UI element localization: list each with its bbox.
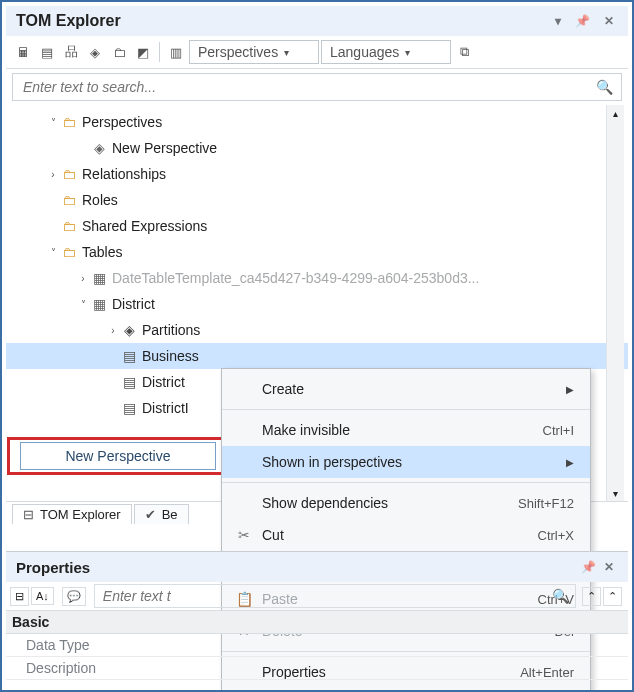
tree-label: Partitions	[142, 322, 200, 338]
tree-node-partitions[interactable]: › ◈ Partitions	[6, 317, 628, 343]
close-icon[interactable]: ✕	[600, 12, 618, 30]
expander-icon[interactable]: ›	[76, 273, 90, 284]
column-icon: ▤	[120, 374, 138, 390]
tom-title: TOM Explorer	[16, 12, 121, 30]
column-icon: ▤	[120, 348, 138, 364]
tree-node-date-template[interactable]: › ▦ DateTableTemplate_ca45d427-b349-4299…	[6, 265, 628, 291]
properties-title-bar: Properties 📌 ✕	[6, 552, 628, 582]
tree-icon: ⊟	[23, 507, 34, 522]
properties-grid[interactable]: Basic Data Type Description	[6, 611, 628, 686]
tree-label: New Perspective	[112, 140, 217, 156]
tree-node-business[interactable]: . ▤ Business	[6, 343, 628, 369]
table-icon: ▦	[90, 296, 108, 312]
props-row-datatype[interactable]: Data Type	[6, 634, 628, 657]
search-icon[interactable]: 🔍	[552, 588, 569, 604]
tree-node-district[interactable]: ˅ ▦ District	[6, 291, 628, 317]
ctx-make-invisible[interactable]: Make invisible Ctrl+I	[222, 414, 590, 446]
tree-node-shared-expressions[interactable]: . 🗀 Shared Expressions	[6, 213, 628, 239]
ctx-separator	[222, 409, 590, 410]
ctx-show-dependencies[interactable]: Show dependencies Shift+F12	[222, 487, 590, 519]
folder-icon: 🗀	[60, 192, 78, 208]
tree-label: DistrictI	[142, 400, 189, 416]
submenu-icon: ▶	[556, 384, 574, 395]
props-row-label: Data Type	[26, 637, 622, 653]
folder-icon: 🗀	[60, 166, 78, 182]
ctx-create[interactable]: Create ▶	[222, 373, 590, 405]
tree-label: Roles	[82, 192, 118, 208]
properties-search[interactable]: 🔍	[94, 584, 576, 608]
props-expand-button[interactable]: ⌃	[582, 587, 601, 606]
submenu-icon: ▶	[556, 457, 574, 468]
tree-label: Perspectives	[82, 114, 162, 130]
properties-title: Properties	[16, 559, 90, 576]
props-events-button[interactable]: 💬	[62, 587, 86, 606]
tree-label: Shared Expressions	[82, 218, 207, 234]
tool-columns-icon[interactable]: ▥	[165, 41, 187, 63]
tree-label: Tables	[82, 244, 122, 260]
properties-toolbar: ⊟ A↓ 💬 🔍 ⌃ ⌃	[6, 582, 628, 611]
tom-search-box[interactable]: 🔍	[12, 73, 622, 101]
close-icon[interactable]: ✕	[600, 558, 618, 576]
expander-icon[interactable]: ˅	[46, 247, 60, 258]
dropdown-icon[interactable]: ▾	[551, 12, 565, 30]
tool-copy-view-icon[interactable]: ⧉	[453, 41, 475, 63]
search-icon[interactable]: 🔍	[596, 79, 613, 95]
tom-search-input[interactable]	[21, 78, 596, 96]
scroll-down-icon[interactable]: ▾	[607, 485, 624, 501]
pin-icon[interactable]: 📌	[577, 558, 600, 576]
props-row-description[interactable]: Description	[6, 657, 628, 680]
tree-node-new-perspective[interactable]: . ◈ New Perspective	[6, 135, 628, 161]
tool-column-icon[interactable]: ▤	[36, 41, 58, 63]
chevron-down-icon: ▾	[284, 47, 289, 58]
props-categorized-button[interactable]: ⊟	[10, 587, 29, 606]
ctx-label: Cut	[256, 527, 538, 543]
tool-hierarchy-icon[interactable]: 品	[60, 41, 82, 63]
ctx-separator	[222, 482, 590, 483]
perspectives-dropdown[interactable]: Perspectives ▾	[189, 40, 319, 64]
props-alpha-button[interactable]: A↓	[31, 587, 54, 605]
partition-icon: ◈	[120, 322, 138, 338]
ctx-accel: Ctrl+I	[543, 423, 574, 438]
folder-icon: 🗀	[60, 244, 78, 260]
tree-node-relationships[interactable]: › 🗀 Relationships	[6, 161, 628, 187]
check-icon: ✔	[145, 507, 156, 522]
props-category-basic[interactable]: Basic	[6, 611, 628, 634]
expander-icon[interactable]: ˅	[76, 299, 90, 310]
tool-partition-icon[interactable]: ◈	[84, 41, 106, 63]
tool-folder-icon[interactable]: 🗀	[108, 41, 130, 63]
expander-icon[interactable]: ›	[106, 325, 120, 336]
expander-icon[interactable]: ˅	[46, 117, 60, 128]
perspective-chip[interactable]: New Perspective	[20, 442, 216, 470]
ctx-cut[interactable]: ✂ Cut Ctrl+X	[222, 519, 590, 551]
tree-scrollbar[interactable]: ▴ ▾	[606, 105, 624, 501]
props-row-label: Description	[26, 660, 622, 676]
properties-search-input[interactable]	[101, 587, 552, 605]
tom-toolbar: 🖩 ▤ 品 ◈ 🗀 ◩ ▥ Perspectives ▾ Languages ▾…	[6, 36, 628, 69]
tree-node-tables[interactable]: ˅ 🗀 Tables	[6, 239, 628, 265]
tab-label: Be	[162, 507, 178, 522]
chevron-down-icon: ▾	[405, 47, 410, 58]
tool-format-icon[interactable]: ◩	[132, 41, 154, 63]
perspective-chip-label: New Perspective	[65, 448, 170, 464]
tree-label: District	[142, 374, 185, 390]
scroll-track[interactable]	[607, 121, 624, 485]
scroll-up-icon[interactable]: ▴	[607, 105, 624, 121]
table-icon: ▦	[90, 270, 108, 286]
ctx-label: Show dependencies	[256, 495, 518, 511]
properties-pane: Properties 📌 ✕ ⊟ A↓ 💬 🔍 ⌃ ⌃ Basic Data T…	[6, 551, 628, 686]
tree-node-perspectives[interactable]: ˅ 🗀 Perspectives	[6, 109, 628, 135]
tool-calc-icon[interactable]: 🖩	[12, 41, 34, 63]
cut-icon: ✂	[232, 527, 256, 543]
props-collapse-button[interactable]: ⌃	[603, 587, 622, 606]
languages-dropdown[interactable]: Languages ▾	[321, 40, 451, 64]
tree-label: Business	[142, 348, 199, 364]
tab-best-practice[interactable]: ✔ Be	[134, 504, 189, 524]
expander-icon[interactable]: ›	[46, 169, 60, 180]
tab-tom-explorer[interactable]: ⊟ TOM Explorer	[12, 504, 132, 524]
tree-label: Relationships	[82, 166, 166, 182]
tree-label: DateTableTemplate_ca45d427-b349-4299-a60…	[112, 270, 479, 286]
tree-node-roles[interactable]: . 🗀 Roles	[6, 187, 628, 213]
pin-icon[interactable]: 📌	[571, 12, 594, 30]
cube-icon: ◈	[90, 140, 108, 156]
ctx-shown-perspectives[interactable]: Shown in perspectives ▶	[222, 446, 590, 478]
